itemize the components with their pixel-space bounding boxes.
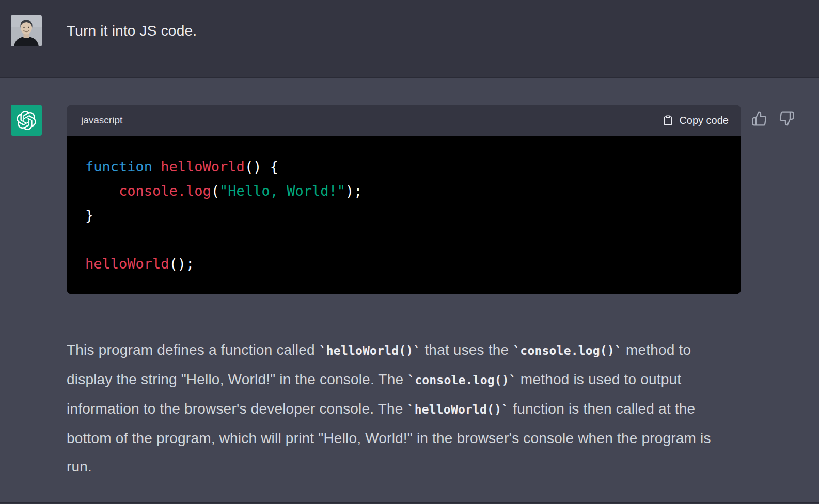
explanation-text: that uses the (420, 342, 513, 358)
code-line: } (85, 203, 722, 227)
assistant-content: javascript Copy code function helloWorld… (67, 105, 741, 502)
thumbs-down-icon (779, 111, 795, 127)
code-content: function helloWorld() { console.log("Hel… (67, 136, 741, 294)
code-block: javascript Copy code function helloWorld… (67, 105, 741, 294)
explanation-text: This program defines a function called (67, 342, 319, 358)
inline-code: `console.log()` (407, 373, 516, 387)
assistant-message-row: javascript Copy code function helloWorld… (0, 78, 819, 503)
inline-code: `helloWorld()` (407, 403, 509, 416)
code-line: function helloWorld() { (85, 154, 722, 179)
code-language-label: javascript (81, 115, 122, 126)
code-block-header: javascript Copy code (67, 105, 741, 136)
inline-code: `helloWorld()` (319, 344, 421, 357)
code-line (85, 227, 722, 251)
feedback-buttons (751, 111, 795, 127)
thumbs-down-button[interactable] (779, 111, 795, 127)
thumbs-up-button[interactable] (751, 111, 767, 127)
user-message-row: Turn it into JS code. (0, 0, 819, 78)
openai-logo-icon (17, 111, 36, 130)
user-photo-icon (11, 15, 42, 46)
clipboard-icon (663, 114, 673, 127)
inline-code: `console.log()` (513, 344, 622, 357)
code-line: helloWorld(); (85, 251, 722, 276)
user-message-text: Turn it into JS code. (67, 23, 197, 39)
copy-code-label: Copy code (679, 115, 729, 127)
chatgpt-avatar (11, 105, 42, 136)
thumbs-up-icon (751, 111, 767, 127)
explanation-paragraph: This program defines a function called `… (67, 336, 736, 481)
code-line: console.log("Hello, World!"); (85, 179, 722, 203)
copy-code-button[interactable]: Copy code (663, 114, 729, 127)
user-avatar (11, 15, 42, 46)
